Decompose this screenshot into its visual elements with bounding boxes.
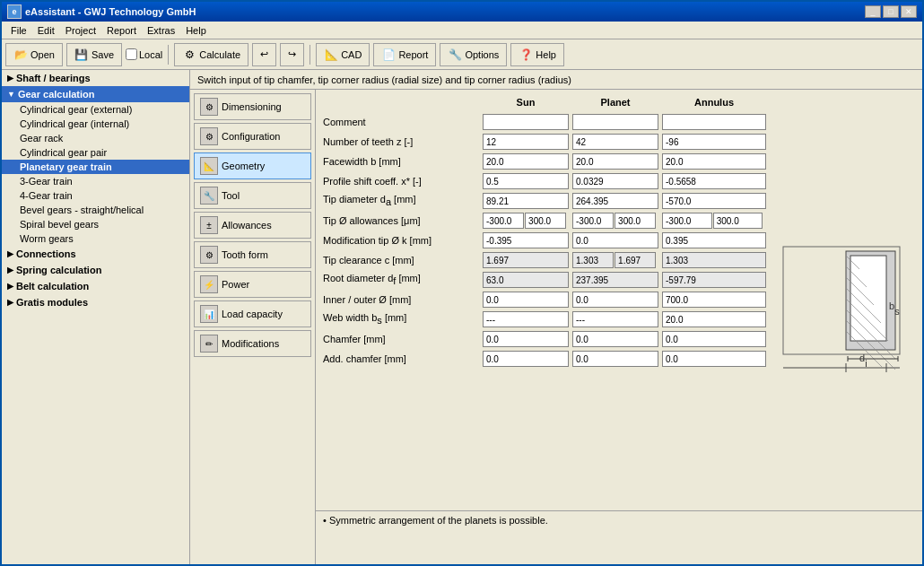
menu-project[interactable]: Project	[60, 23, 101, 38]
panel-btn-tool[interactable]: 🔧 Tool	[194, 182, 311, 209]
input-ta-planet-lo[interactable]	[572, 213, 614, 229]
input-ta-planet-hi[interactable]	[615, 213, 656, 229]
input-teeth-sun[interactable]	[483, 134, 569, 150]
cell-mt-sun	[481, 231, 571, 249]
input-comment-annulus[interactable]	[662, 114, 766, 130]
menu-extras[interactable]: Extras	[142, 23, 180, 38]
options-button[interactable]: 🔧 Options	[440, 43, 507, 66]
input-mt-annulus[interactable]	[662, 232, 766, 248]
panel-btn-geometry[interactable]: 📐 Geometry	[194, 152, 311, 179]
sidebar-item-bevel[interactable]: Bevel gears - straight/helical	[2, 203, 189, 217]
input-ww-planet[interactable]	[572, 311, 658, 327]
input-io-planet[interactable]	[572, 292, 658, 308]
sidebar-item-worm[interactable]: Worm gears	[2, 231, 189, 246]
input-face-annulus[interactable]	[662, 153, 766, 170]
input-ch-sun[interactable]	[483, 331, 569, 347]
input-ps-sun[interactable]	[483, 173, 569, 189]
label-tip-clear: Tip clearance c [mm]	[319, 253, 481, 267]
input-tc-planet-hi[interactable]	[615, 252, 656, 268]
menu-edit[interactable]: Edit	[32, 23, 60, 38]
input-ac-annulus[interactable]	[662, 351, 766, 367]
input-td-planet[interactable]	[572, 193, 658, 209]
menu-report[interactable]: Report	[101, 23, 142, 38]
sidebar-gear-calculation[interactable]: ▼ Gear calculation	[2, 86, 189, 102]
redo-button[interactable]: ↪	[280, 43, 304, 66]
input-ww-sun[interactable]	[483, 311, 569, 327]
input-tc-sun[interactable]	[483, 252, 569, 268]
panel-btn-allowances[interactable]: ± Allowances	[194, 212, 311, 239]
input-ps-annulus[interactable]	[662, 173, 766, 189]
input-tc-annulus[interactable]	[662, 252, 766, 268]
input-comment-planet[interactable]	[572, 114, 658, 130]
sidebar-item-spiral[interactable]: Spiral bevel gears	[2, 217, 189, 231]
minimize-button[interactable]: _	[865, 5, 881, 18]
panel-btn-modifications[interactable]: ✏ Modifications	[194, 330, 311, 357]
input-ta-sun-lo[interactable]	[483, 213, 524, 229]
panel-btn-power[interactable]: ⚡ Power	[194, 271, 311, 298]
input-rd-planet[interactable]	[572, 272, 658, 288]
input-io-annulus[interactable]	[662, 292, 766, 308]
input-teeth-planet[interactable]	[572, 134, 658, 150]
input-ac-planet[interactable]	[572, 351, 658, 367]
cad-button[interactable]: 📐 CAD	[316, 43, 370, 66]
input-ta-annulus-lo[interactable]	[662, 213, 712, 229]
input-rd-annulus[interactable]	[662, 272, 766, 288]
svg-text:di: di	[859, 353, 867, 369]
cell-teeth-annulus	[660, 133, 768, 151]
cell-rd-planet	[571, 271, 660, 289]
sidebar-item-planetary[interactable]: Planetary gear train	[2, 160, 189, 174]
input-face-sun[interactable]	[483, 153, 569, 170]
shaft-bearings-group: ▶ Shaft / bearings	[2, 70, 189, 86]
sidebar-item-4gear[interactable]: 4-Gear train	[2, 188, 189, 203]
menu-help[interactable]: Help	[180, 23, 212, 38]
sidebar-gratis[interactable]: ▶ Gratis modules	[2, 294, 189, 310]
help-button[interactable]: ❓ Help	[510, 43, 564, 66]
input-ta-annulus-hi[interactable]	[713, 213, 763, 229]
save-button[interactable]: 💾 Save	[66, 43, 122, 66]
sidebar-shaft-bearings[interactable]: ▶ Shaft / bearings	[2, 70, 189, 86]
input-face-planet[interactable]	[572, 153, 658, 170]
sidebar-item-cyl-ext[interactable]: Cylindrical gear (external)	[2, 102, 189, 117]
input-ww-annulus[interactable]	[662, 311, 766, 327]
diagram-area: di bs	[770, 90, 922, 510]
input-mt-planet[interactable]	[572, 232, 658, 248]
table-row: Number of teeth z [-]	[319, 133, 766, 151]
input-ps-planet[interactable]	[572, 173, 658, 189]
sidebar-item-gear-rack[interactable]: Gear rack	[2, 131, 189, 145]
calculate-button[interactable]: ⚙ Calculate	[174, 43, 248, 66]
undo-button[interactable]: ↩	[252, 43, 276, 66]
open-button[interactable]: 📂 Open	[5, 43, 63, 66]
col-header-sun: Sun	[481, 95, 571, 109]
report-button[interactable]: 📄 Report	[373, 43, 436, 66]
options-icon: 🔧	[448, 48, 462, 62]
input-io-sun[interactable]	[483, 292, 569, 308]
cell-rd-annulus	[660, 271, 768, 289]
input-ac-sun[interactable]	[483, 351, 569, 367]
sidebar-belt[interactable]: ▶ Belt calculation	[2, 278, 189, 294]
maximize-button[interactable]: □	[883, 5, 899, 18]
sidebar-item-cyl-int[interactable]: Cylindrical gear (internal)	[2, 117, 189, 131]
sidebar-connections[interactable]: ▶ Connections	[2, 246, 189, 262]
menu-file[interactable]: File	[5, 23, 32, 38]
input-rd-sun[interactable]	[483, 272, 569, 288]
input-ch-annulus[interactable]	[662, 331, 766, 347]
geometry-icon: 📐	[200, 157, 218, 175]
input-td-sun[interactable]	[483, 193, 569, 209]
input-comment-sun[interactable]	[483, 114, 569, 130]
sidebar-item-cyl-pair[interactable]: Cylindrical gear pair	[2, 145, 189, 160]
panel-btn-loadcapacity[interactable]: 📊 Load capacity	[194, 300, 311, 327]
input-mt-sun[interactable]	[483, 232, 569, 248]
table-row: Facewidth b [mm]	[319, 152, 766, 170]
input-ta-sun-hi[interactable]	[525, 213, 566, 229]
sidebar-spring[interactable]: ▶ Spring calculation	[2, 262, 189, 278]
panel-btn-dimensioning[interactable]: ⚙ Dimensioning	[194, 93, 311, 120]
input-tc-planet-lo[interactable]	[572, 252, 614, 268]
panel-btn-configuration[interactable]: ⚙ Configuration	[194, 123, 311, 150]
input-ch-planet[interactable]	[572, 331, 658, 347]
input-teeth-annulus[interactable]	[662, 134, 766, 150]
panel-btn-toothform[interactable]: ⚙ Tooth form	[194, 241, 311, 268]
input-td-annulus[interactable]	[662, 193, 766, 209]
close-button[interactable]: ✕	[901, 5, 917, 18]
sidebar-item-3gear[interactable]: 3-Gear train	[2, 174, 189, 188]
local-checkbox[interactable]	[126, 48, 137, 60]
